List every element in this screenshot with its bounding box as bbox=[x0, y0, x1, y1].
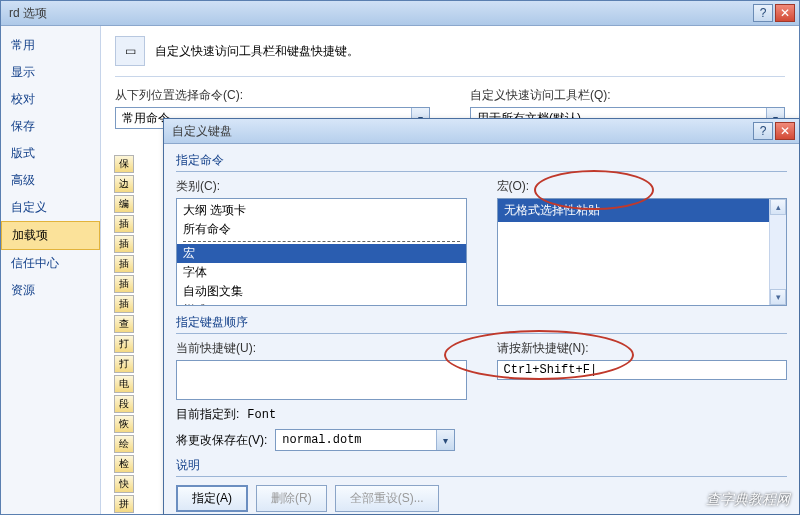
dialog-help-button[interactable]: ? bbox=[753, 122, 773, 140]
scroll-up-icon[interactable]: ▴ bbox=[770, 199, 786, 215]
sidebar-item-4[interactable]: 版式 bbox=[1, 140, 100, 167]
customize-icon: ▭ bbox=[115, 36, 145, 66]
command-icon: 恢 bbox=[114, 415, 134, 433]
command-icon: 插 bbox=[114, 275, 134, 293]
specify-keys-label: 指定键盘顺序 bbox=[176, 314, 787, 331]
command-icon: 编 bbox=[114, 195, 134, 213]
sidebar-item-0[interactable]: 常用 bbox=[1, 32, 100, 59]
watermark: 查字典教程网 bbox=[706, 491, 790, 509]
sidebar-item-1[interactable]: 显示 bbox=[1, 59, 100, 86]
command-icon: 打 bbox=[114, 335, 134, 353]
command-icon-strip: 保边编插插插插插查打打电段恢绘检快拼全新 bbox=[114, 155, 136, 515]
category-listbox[interactable]: 大纲 选项卡所有命令宏字体自动图文集样式常用符号 bbox=[176, 198, 467, 306]
command-icon: 插 bbox=[114, 235, 134, 253]
command-icon: 插 bbox=[114, 215, 134, 233]
scroll-down-icon[interactable]: ▾ bbox=[770, 289, 786, 305]
sidebar-item-2[interactable]: 校对 bbox=[1, 86, 100, 113]
sidebar-item-5[interactable]: 高级 bbox=[1, 167, 100, 194]
command-icon: 检 bbox=[114, 455, 134, 473]
dialog-title: 自定义键盘 bbox=[168, 123, 751, 140]
assigned-to-value: Font bbox=[247, 408, 276, 422]
command-icon: 电 bbox=[114, 375, 134, 393]
reset-button[interactable]: 全部重设(S)... bbox=[335, 485, 439, 512]
category-item[interactable]: 所有命令 bbox=[177, 220, 466, 239]
current-keys-label: 当前快捷键(U): bbox=[176, 340, 467, 357]
main-titlebar: rd 选项 ? ✕ bbox=[1, 1, 799, 26]
command-icon: 绘 bbox=[114, 435, 134, 453]
macro-listbox[interactable]: 无格式选择性粘贴 ▴ ▾ bbox=[497, 198, 788, 306]
new-key-label: 请按新快捷键(N): bbox=[497, 340, 788, 357]
current-keys-box[interactable] bbox=[176, 360, 467, 400]
command-icon: 插 bbox=[114, 295, 134, 313]
sidebar-item-6[interactable]: 自定义 bbox=[1, 194, 100, 221]
customize-keyboard-dialog: 自定义键盘 ? ✕ 指定命令 类别(C): 大纲 选项卡所有命令宏字体自动图文集… bbox=[163, 118, 800, 515]
scrollbar[interactable]: ▴ ▾ bbox=[769, 199, 786, 305]
chevron-down-icon: ▾ bbox=[436, 430, 454, 450]
macro-item-selected[interactable]: 无格式选择性粘贴 bbox=[498, 199, 787, 222]
category-item[interactable]: 大纲 选项卡 bbox=[177, 201, 466, 220]
command-icon: 查 bbox=[114, 315, 134, 333]
choose-commands-label: 从下列位置选择命令(C): bbox=[115, 87, 430, 104]
category-item[interactable]: 字体 bbox=[177, 263, 466, 282]
save-in-combo[interactable]: normal.dotm ▾ bbox=[275, 429, 455, 451]
main-title: rd 选项 bbox=[5, 5, 751, 22]
assign-button[interactable]: 指定(A) bbox=[176, 485, 248, 512]
command-icon: 打 bbox=[114, 355, 134, 373]
sidebar-item-8[interactable]: 信任中心 bbox=[1, 250, 100, 277]
customize-qat-label: 自定义快速访问工具栏(Q): bbox=[470, 87, 785, 104]
description-label: 说明 bbox=[176, 457, 787, 474]
sidebar: 常用显示校对保存版式高级自定义加载项信任中心资源 bbox=[1, 26, 101, 514]
new-key-input[interactable]: Ctrl+Shift+F| bbox=[497, 360, 788, 380]
category-label: 类别(C): bbox=[176, 178, 467, 195]
sidebar-item-9[interactable]: 资源 bbox=[1, 277, 100, 304]
category-item[interactable]: 宏 bbox=[177, 244, 466, 263]
command-icon: 段 bbox=[114, 395, 134, 413]
sidebar-item-7[interactable]: 加载项 bbox=[1, 221, 100, 250]
specify-command-label: 指定命令 bbox=[176, 152, 787, 169]
assigned-to-label: 目前指定到: bbox=[176, 406, 239, 423]
save-in-label: 将更改保存在(V): bbox=[176, 432, 267, 449]
command-icon: 边 bbox=[114, 175, 134, 193]
close-button[interactable]: ✕ bbox=[775, 4, 795, 22]
panel-heading: 自定义快速访问工具栏和键盘快捷键。 bbox=[155, 43, 359, 60]
macro-label: 宏(O): bbox=[497, 178, 788, 195]
help-button[interactable]: ? bbox=[753, 4, 773, 22]
command-icon: 拼 bbox=[114, 495, 134, 513]
sidebar-item-3[interactable]: 保存 bbox=[1, 113, 100, 140]
dialog-close-button[interactable]: ✕ bbox=[775, 122, 795, 140]
remove-button[interactable]: 删除(R) bbox=[256, 485, 327, 512]
category-item[interactable]: 自动图文集 bbox=[177, 282, 466, 301]
command-icon: 快 bbox=[114, 475, 134, 493]
command-icon: 插 bbox=[114, 255, 134, 273]
command-icon: 保 bbox=[114, 155, 134, 173]
category-item[interactable]: 样式 bbox=[177, 301, 466, 306]
